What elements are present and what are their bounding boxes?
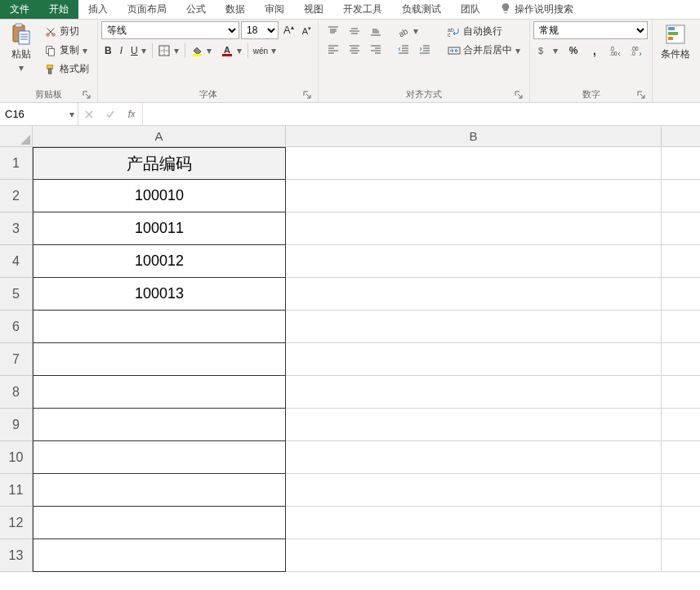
cell[interactable] (33, 441, 286, 474)
cell[interactable]: 100012 (33, 245, 286, 278)
conditional-formatting-button[interactable]: 条件格 (656, 21, 695, 63)
cell[interactable] (662, 180, 700, 212)
font-size-select[interactable]: 18 (241, 21, 279, 39)
row-header[interactable]: 4 (0, 245, 33, 278)
align-top-button[interactable] (323, 23, 343, 39)
percent-button[interactable]: % (564, 42, 583, 59)
cell[interactable] (33, 311, 286, 343)
row-header[interactable]: 10 (0, 441, 33, 474)
cell[interactable] (662, 409, 700, 441)
row-header[interactable]: 9 (0, 409, 33, 441)
cell[interactable] (33, 474, 286, 507)
cancel-formula-button[interactable] (78, 103, 100, 125)
name-box-input[interactable] (5, 108, 54, 120)
tab-data[interactable]: 数据 (216, 0, 255, 19)
dialog-launcher-icon[interactable] (301, 89, 313, 101)
increase-decimal-button[interactable]: .0.00 (606, 42, 626, 59)
column-header[interactable]: B (286, 126, 662, 147)
cell[interactable] (662, 311, 700, 343)
align-left-button[interactable] (323, 41, 343, 57)
tab-home[interactable]: 开始 (39, 0, 78, 19)
cell[interactable] (286, 539, 662, 572)
tab-review[interactable]: 审阅 (255, 0, 294, 19)
row-header[interactable]: 12 (0, 507, 33, 539)
cell[interactable] (286, 376, 662, 409)
row-header[interactable]: 2 (0, 180, 33, 212)
cell[interactable] (286, 212, 662, 245)
fx-icon[interactable]: fx (121, 109, 142, 120)
select-all-corner[interactable] (0, 126, 33, 147)
column-header[interactable] (662, 126, 700, 147)
cell[interactable] (286, 245, 662, 278)
font-name-select[interactable]: 等线 (101, 21, 239, 39)
cell[interactable] (662, 376, 700, 409)
merge-center-button[interactable]: 合并后居中 ▾ (444, 42, 524, 59)
cell[interactable] (662, 245, 700, 278)
cell[interactable]: 产品编码 (33, 147, 286, 180)
row-header[interactable]: 6 (0, 311, 33, 343)
cell[interactable] (286, 147, 662, 180)
decrease-decimal-button[interactable]: .00.0 (627, 42, 647, 59)
name-box[interactable]: ▾ (0, 103, 78, 125)
borders-button[interactable]: ▾ (154, 42, 183, 59)
dialog-launcher-icon[interactable] (81, 89, 92, 101)
cell[interactable] (33, 507, 286, 539)
tab-view[interactable]: 视图 (294, 0, 333, 19)
fill-color-button[interactable]: ▾ (187, 42, 216, 59)
formula-input[interactable] (148, 108, 695, 120)
cell[interactable] (33, 409, 286, 441)
tab-layout[interactable]: 页面布局 (118, 0, 176, 19)
cell[interactable] (286, 311, 662, 343)
cell[interactable] (662, 441, 700, 474)
cut-button[interactable]: 剪切 (41, 23, 92, 40)
decrease-indent-button[interactable] (394, 41, 413, 57)
cell[interactable] (662, 278, 700, 311)
accounting-button[interactable]: $▾ (533, 42, 562, 59)
increase-font-button[interactable]: A▴ (280, 22, 297, 38)
decrease-font-button[interactable]: A▾ (299, 24, 314, 38)
cell[interactable]: 100010 (33, 180, 286, 212)
cell[interactable] (662, 212, 700, 245)
tab-load[interactable]: 负载测试 (392, 0, 451, 19)
column-header[interactable]: A (33, 126, 286, 147)
dialog-launcher-icon[interactable] (513, 89, 524, 101)
dialog-launcher-icon[interactable] (635, 89, 647, 101)
row-header[interactable]: 1 (0, 147, 33, 180)
cell[interactable] (33, 539, 286, 572)
align-middle-button[interactable] (345, 23, 364, 39)
align-right-button[interactable] (366, 41, 386, 57)
cell[interactable] (662, 539, 700, 572)
paste-button[interactable]: 粘贴 ▾ (3, 21, 39, 76)
increase-indent-button[interactable] (415, 41, 435, 57)
cell[interactable] (286, 180, 662, 212)
cell[interactable] (286, 507, 662, 539)
tab-insert[interactable]: 插入 (78, 0, 118, 19)
cell[interactable]: 100013 (33, 278, 286, 311)
row-header[interactable]: 8 (0, 376, 33, 409)
cell[interactable] (662, 507, 700, 539)
cell[interactable]: 100011 (33, 212, 286, 245)
row-header[interactable]: 7 (0, 343, 33, 376)
tab-file[interactable]: 文件 (0, 0, 39, 19)
cell[interactable] (662, 343, 700, 376)
font-color-button[interactable]: A▾ (217, 42, 246, 59)
number-format-select[interactable]: 常规 (533, 21, 648, 39)
cell[interactable] (33, 343, 286, 376)
tab-formulas[interactable]: 公式 (176, 0, 216, 19)
row-header[interactable]: 11 (0, 474, 33, 507)
copy-button[interactable]: 复制 ▾ (41, 42, 92, 59)
italic-button[interactable]: I (117, 43, 126, 58)
phonetic-button[interactable]: wén▾ (250, 42, 280, 59)
cell[interactable] (33, 376, 286, 409)
cell[interactable] (286, 343, 662, 376)
cell[interactable] (662, 147, 700, 180)
cell[interactable] (662, 474, 700, 507)
cell[interactable] (286, 441, 662, 474)
chevron-down-icon[interactable]: ▾ (69, 109, 74, 120)
row-header[interactable]: 3 (0, 212, 33, 245)
underline-button[interactable]: U▾ (127, 42, 150, 59)
cell[interactable] (286, 409, 662, 441)
tab-team[interactable]: 团队 (451, 0, 490, 19)
align-center-button[interactable] (345, 41, 364, 57)
bold-button[interactable]: B (101, 43, 115, 58)
